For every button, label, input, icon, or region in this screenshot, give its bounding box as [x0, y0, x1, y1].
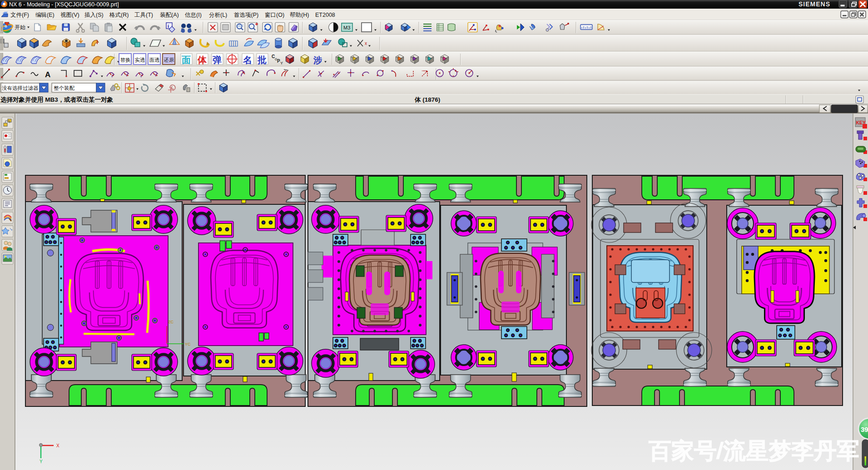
svg-text:SIEMENS: SIEMENS: [799, 0, 830, 8]
svg-text:开始: 开始: [15, 24, 25, 30]
svg-text:插入(S): 插入(S): [84, 12, 104, 18]
svg-text:没有选择过滤器: 没有选择过滤器: [2, 85, 39, 91]
svg-text:整个装配: 整个装配: [54, 85, 75, 91]
svg-text:窗口(O): 窗口(O): [265, 12, 284, 18]
svg-text:帮助(H): 帮助(H): [290, 12, 309, 18]
svg-text:Y: Y: [40, 459, 43, 464]
svg-text:涉: 涉: [313, 55, 322, 65]
svg-text:A: A: [45, 70, 50, 79]
svg-text:M3: M3: [343, 25, 350, 30]
svg-text:Y: Y: [280, 61, 283, 65]
svg-text:实透: 实透: [135, 57, 145, 63]
svg-text:分析(L): 分析(L): [209, 12, 227, 18]
svg-text:弹: 弹: [213, 55, 222, 65]
svg-text:文件(F): 文件(F): [10, 12, 29, 18]
svg-text:视图(V): 视图(V): [60, 12, 79, 18]
svg-text:P: P: [277, 59, 280, 64]
svg-text:X: X: [56, 443, 60, 448]
svg-text:i: i: [168, 23, 169, 29]
svg-text:NX 6 - Modeling - [XSQCJGUG60-: NX 6 - Modeling - [XSQCJGUG60-0009.prt]: [9, 1, 119, 8]
svg-text:替换: 替换: [120, 57, 131, 63]
svg-text:首选项(P): 首选项(P): [234, 12, 258, 18]
svg-text:面: 面: [181, 55, 191, 65]
svg-text:还原: 还原: [164, 57, 175, 63]
svg-text:ZC: ZC: [168, 320, 174, 324]
svg-text:39: 39: [861, 425, 868, 433]
svg-text:面透: 面透: [149, 57, 160, 63]
svg-text:ET2008: ET2008: [315, 12, 335, 18]
svg-text:体: 体: [197, 55, 207, 65]
svg-text:百家号/流星梦李丹军: 百家号/流星梦李丹军: [649, 438, 859, 464]
svg-text:批: 批: [257, 55, 267, 65]
svg-text:选择对象并使用 MB3，或者双击某一对象: 选择对象并使用 MB3，或者双击某一对象: [0, 96, 114, 103]
svg-text:YC: YC: [185, 342, 191, 346]
svg-text:名: 名: [243, 55, 252, 65]
svg-text:x: x: [365, 41, 367, 46]
svg-text:格式(R): 格式(R): [109, 12, 129, 18]
svg-text:装配(A): 装配(A): [160, 12, 179, 18]
svg-text:信息(I): 信息(I): [184, 12, 202, 18]
svg-text:编辑(E): 编辑(E): [35, 12, 55, 18]
svg-text:体 (1876): 体 (1876): [414, 96, 440, 103]
svg-text:工具(T): 工具(T): [134, 12, 153, 18]
